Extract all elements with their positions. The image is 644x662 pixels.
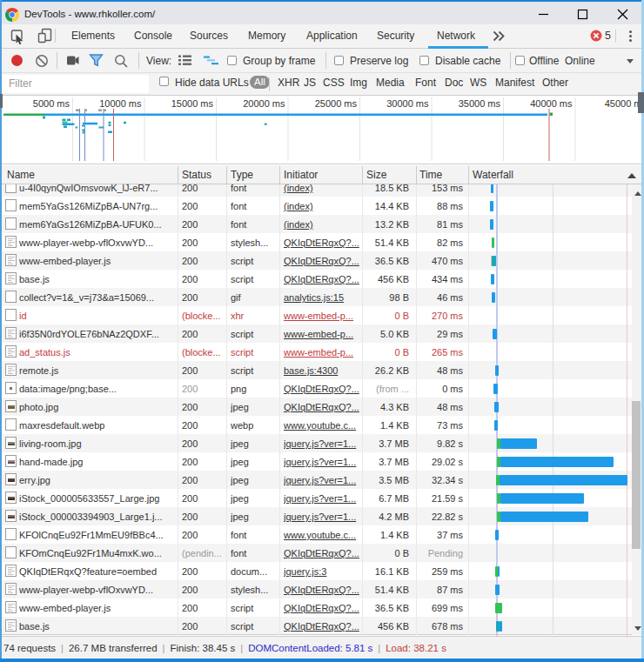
svg-text:15000 ms: 15000 ms <box>171 98 214 109</box>
svg-text:40000 ms: 40000 ms <box>530 98 573 109</box>
svg-text:25000 ms: 25000 ms <box>315 98 358 109</box>
svg-text:35000 ms: 35000 ms <box>459 98 501 109</box>
svg-text:20000 ms: 20000 ms <box>243 98 285 109</box>
svg-text:5000 ms: 5000 ms <box>33 98 70 109</box>
svg-text:10000 ms: 10000 ms <box>99 98 142 109</box>
svg-text:30000 ms: 30000 ms <box>386 98 429 109</box>
